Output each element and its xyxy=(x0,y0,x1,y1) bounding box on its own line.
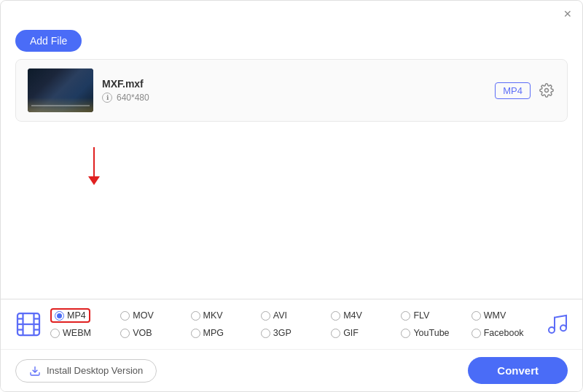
flv-label: FLV xyxy=(413,310,429,321)
middle-area xyxy=(1,122,582,211)
convert-button[interactable]: Convert xyxy=(468,357,568,384)
gif-label: GIF xyxy=(343,328,359,338)
format-option-mkv[interactable]: MKV xyxy=(191,308,261,323)
format-option-mov[interactable]: MOV xyxy=(120,308,190,323)
wmv-label: WMV xyxy=(484,310,506,321)
avi-radio xyxy=(261,311,270,321)
flv-radio xyxy=(401,311,410,321)
title-bar: ✕ xyxy=(1,1,582,27)
format-option-m4v[interactable]: M4V xyxy=(331,308,401,323)
3gp-radio xyxy=(261,329,270,338)
file-thumbnail xyxy=(28,68,93,112)
format-option-flv[interactable]: FLV xyxy=(401,308,471,323)
file-meta: ℹ 640*480 xyxy=(102,93,486,103)
m4v-radio xyxy=(331,311,340,321)
install-label: Install Desktop Version xyxy=(47,365,143,376)
facebook-radio xyxy=(472,329,481,338)
format-option-vob[interactable]: VOB xyxy=(120,326,190,340)
mpg-radio xyxy=(191,329,200,338)
info-icon[interactable]: ℹ xyxy=(102,93,112,103)
format-option-wmv[interactable]: WMV xyxy=(472,308,541,323)
mkv-label: MKV xyxy=(203,310,223,321)
vob-label: VOB xyxy=(133,328,152,338)
format-option-youtube[interactable]: YouTube xyxy=(401,326,471,340)
mov-label: MOV xyxy=(133,310,153,321)
facebook-label: Facebook xyxy=(484,328,524,338)
3gp-label: 3GP xyxy=(273,328,292,338)
svg-point-0 xyxy=(545,89,549,93)
film-icon xyxy=(12,308,44,340)
format-badge[interactable]: MP4 xyxy=(495,82,531,99)
format-option-3gp[interactable]: 3GP xyxy=(261,326,331,340)
format-panel: MP4 MOV MKV AVI M4V FLV xyxy=(1,299,582,349)
close-button[interactable]: ✕ xyxy=(562,8,574,20)
mp4-label: MP4 xyxy=(67,310,86,321)
thumbnail-image xyxy=(28,68,93,112)
install-button[interactable]: Install Desktop Version xyxy=(15,359,157,383)
youtube-radio xyxy=(401,329,410,338)
format-option-gif[interactable]: GIF xyxy=(331,326,401,340)
mov-radio xyxy=(120,311,130,321)
download-icon xyxy=(29,365,41,377)
footer-actions: Install Desktop Version Convert xyxy=(1,349,582,391)
mp4-radio-inner xyxy=(57,313,62,318)
svg-point-9 xyxy=(549,327,555,333)
m4v-label: M4V xyxy=(343,310,362,321)
file-list: MXF.mxf ℹ 640*480 MP4 xyxy=(15,59,568,122)
format-option-webm[interactable]: WEBM xyxy=(50,326,120,340)
mkv-radio xyxy=(191,311,200,321)
music-icon[interactable] xyxy=(544,311,571,337)
file-actions: MP4 xyxy=(495,82,555,99)
mp4-selected-box: MP4 xyxy=(50,308,90,323)
file-name: MXF.mxf xyxy=(102,78,486,90)
format-grid: MP4 MOV MKV AVI M4V FLV xyxy=(50,305,541,343)
spacer xyxy=(1,211,582,299)
arrow-head xyxy=(88,176,100,185)
youtube-label: YouTube xyxy=(413,328,449,338)
app-window: ✕ Add File MXF.mxf ℹ 640*480 MP4 xyxy=(1,1,582,391)
webm-label: WEBM xyxy=(63,328,91,338)
format-option-mp4[interactable]: MP4 xyxy=(50,308,120,323)
vob-radio xyxy=(120,329,130,338)
wmv-radio xyxy=(472,311,481,321)
format-option-mpg[interactable]: MPG xyxy=(191,326,261,340)
webm-radio xyxy=(50,329,60,338)
arrow-shaft xyxy=(93,147,95,176)
settings-icon[interactable] xyxy=(538,82,555,99)
toolbar: Add File xyxy=(1,27,582,59)
gif-radio xyxy=(331,329,340,338)
format-option-facebook[interactable]: Facebook xyxy=(472,326,541,340)
add-file-button[interactable]: Add File xyxy=(15,30,82,52)
mp4-radio xyxy=(55,311,64,321)
mpg-label: MPG xyxy=(203,328,224,338)
avi-label: AVI xyxy=(273,310,287,321)
file-resolution: 640*480 xyxy=(117,93,149,103)
svg-point-10 xyxy=(560,325,566,331)
format-option-avi[interactable]: AVI xyxy=(261,308,331,323)
file-info: MXF.mxf ℹ 640*480 xyxy=(102,78,486,103)
thumb-bridge xyxy=(31,105,90,106)
arrow-indicator xyxy=(88,147,100,185)
